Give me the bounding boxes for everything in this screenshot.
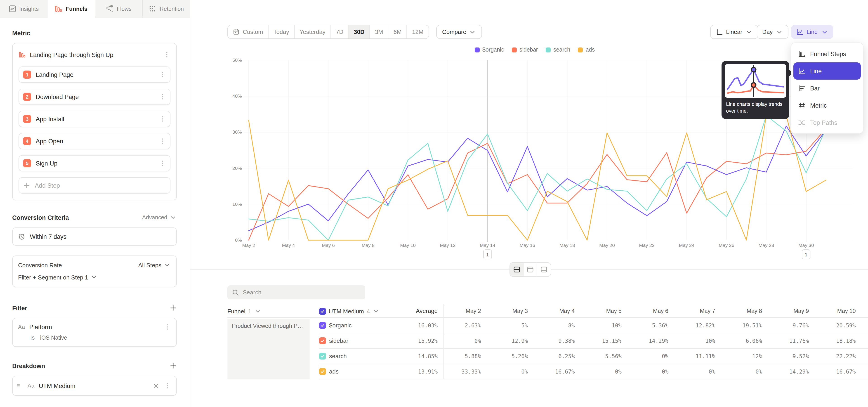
funnel-count: 1 bbox=[248, 308, 251, 315]
date-header-may-8[interactable]: May 8 bbox=[719, 304, 762, 318]
range-12m[interactable]: 12M bbox=[407, 25, 429, 38]
range-3m[interactable]: 3M bbox=[370, 25, 389, 38]
funnel-step-5[interactable]: 5Sign Up bbox=[19, 155, 170, 171]
breakdown-column-header[interactable]: UTM Medium 4 bbox=[319, 304, 380, 318]
range-30d[interactable]: 30D bbox=[349, 25, 370, 38]
kebab-icon[interactable] bbox=[163, 51, 170, 58]
conversion-window[interactable]: Within 7 days bbox=[12, 227, 177, 246]
scale-dropdown[interactable]: Linear bbox=[710, 25, 758, 39]
filter-segment-dropdown[interactable]: Filter + Segment on Step 1 bbox=[18, 274, 171, 281]
range-custom[interactable]: Custom bbox=[228, 25, 269, 38]
x-tick-label: May 8 bbox=[362, 243, 375, 248]
date-header-may-2[interactable]: May 2 bbox=[438, 304, 481, 318]
legend-search[interactable]: search bbox=[546, 46, 570, 53]
series-ads[interactable] bbox=[249, 116, 826, 240]
row-value: 12% bbox=[719, 349, 762, 364]
compare-button[interactable]: Compare bbox=[436, 25, 482, 39]
range-today[interactable]: Today bbox=[269, 25, 294, 38]
tab-retention[interactable]: Retention bbox=[143, 0, 191, 18]
funnel-step-2[interactable]: 2Download Page bbox=[19, 89, 170, 105]
all-steps-dropdown[interactable]: All Steps bbox=[138, 261, 171, 269]
date-header-may-3[interactable]: May 3 bbox=[485, 304, 528, 318]
remove-breakdown-button[interactable] bbox=[152, 382, 160, 389]
breakdown-header-label: UTM Medium bbox=[329, 308, 364, 315]
kebab-icon[interactable] bbox=[164, 323, 171, 331]
range-yesterday[interactable]: Yesterday bbox=[294, 25, 331, 38]
kebab-icon[interactable] bbox=[159, 137, 166, 145]
funnel-name-cell[interactable]: Product Viewed through P… bbox=[227, 319, 310, 379]
row-value: 10% bbox=[579, 318, 622, 333]
row-label: search bbox=[329, 349, 347, 364]
add-filter-button[interactable] bbox=[169, 304, 177, 312]
split-view-toggle[interactable] bbox=[510, 263, 524, 276]
tab-funnels[interactable]: Funnels bbox=[48, 0, 95, 18]
legend-sidebar[interactable]: sidebar bbox=[512, 46, 538, 53]
add-step-button[interactable]: Add Step bbox=[19, 177, 170, 193]
range-7d[interactable]: 7D bbox=[331, 25, 349, 38]
row-checkbox[interactable] bbox=[319, 353, 326, 359]
filter-operator[interactable]: Is bbox=[30, 335, 35, 341]
date-header-may-5[interactable]: May 5 bbox=[579, 304, 622, 318]
chart-type-dropdown[interactable]: Line bbox=[791, 25, 833, 39]
funnel-column-header[interactable]: Funnel 1 bbox=[227, 304, 261, 318]
funnel-step-1[interactable]: 1Landing Page bbox=[19, 66, 170, 83]
conversion-criteria-heading: Conversion Criteria Advanced bbox=[12, 214, 177, 221]
funnel-step-4[interactable]: 4App Open bbox=[19, 133, 170, 149]
chevron-down-icon bbox=[373, 308, 380, 315]
table-row-sidebar: sidebar15.92%0%12.9%9.38%15.15%14.29%10%… bbox=[319, 333, 868, 349]
table-search[interactable] bbox=[227, 285, 365, 300]
breakdown-utm-card[interactable]: Aa UTM Medium bbox=[12, 376, 177, 396]
search-input[interactable] bbox=[243, 289, 361, 296]
drag-handle-icon[interactable] bbox=[16, 382, 24, 389]
granularity-dropdown[interactable]: Day bbox=[757, 25, 788, 39]
chart-type-menu: Funnel StepsLineBarMetricTop Paths bbox=[791, 42, 864, 134]
chart-view-toggle[interactable] bbox=[524, 263, 537, 276]
date-header-may-4[interactable]: May 4 bbox=[532, 304, 575, 318]
menu-item-line[interactable]: Line bbox=[794, 62, 861, 80]
kebab-icon[interactable] bbox=[159, 71, 166, 78]
add-breakdown-button[interactable] bbox=[169, 362, 177, 370]
x-tick-label: May 18 bbox=[559, 243, 575, 248]
menu-item-bar[interactable]: Bar bbox=[794, 80, 861, 97]
row-checkbox[interactable] bbox=[319, 368, 326, 375]
row-value: 33.33% bbox=[438, 364, 481, 379]
date-header-may-10[interactable]: May 10 bbox=[813, 304, 856, 318]
kebab-icon[interactable] bbox=[159, 93, 166, 100]
legend-swatch bbox=[578, 47, 583, 52]
string-type-icon: Aa bbox=[18, 324, 25, 330]
series-search[interactable] bbox=[249, 116, 826, 240]
filter-value[interactable]: iOS Native bbox=[40, 335, 67, 341]
row-value: 11.76% bbox=[766, 333, 809, 349]
filter-platform-card[interactable]: Aa Platform Is iOS Native bbox=[12, 318, 177, 347]
advanced-toggle[interactable]: Advanced bbox=[142, 214, 177, 221]
row-value: 9.38% bbox=[532, 333, 575, 349]
row-checkbox[interactable] bbox=[319, 337, 326, 344]
range-6m[interactable]: 6M bbox=[389, 25, 407, 38]
date-header-may-6[interactable]: May 6 bbox=[625, 304, 669, 318]
tab-flows[interactable]: Flows bbox=[95, 0, 143, 18]
legend-organic[interactable]: $organic bbox=[475, 46, 504, 53]
funnel-title-row[interactable]: Landing Page through Sign Up bbox=[19, 49, 170, 61]
kebab-icon[interactable] bbox=[159, 160, 166, 167]
average-column-header[interactable]: Average bbox=[395, 304, 438, 318]
funnels-app: InsightsFunnelsFlowsRetention Metric Lan… bbox=[0, 0, 868, 407]
range-label: Custom bbox=[243, 29, 263, 35]
range-label: 7D bbox=[336, 29, 343, 35]
date-header-may-9[interactable]: May 9 bbox=[766, 304, 809, 318]
menu-item-funnel-steps[interactable]: Funnel Steps bbox=[794, 45, 861, 62]
chevron-down-icon bbox=[745, 28, 753, 35]
row-value: 0% bbox=[672, 364, 715, 379]
row-value: 16.67% bbox=[532, 364, 575, 379]
legend-ads[interactable]: ads bbox=[578, 46, 595, 53]
date-header-may-7[interactable]: May 7 bbox=[672, 304, 715, 318]
row-label: sidebar bbox=[329, 333, 348, 349]
table-view-toggle[interactable] bbox=[537, 263, 551, 276]
kebab-icon[interactable] bbox=[164, 382, 171, 389]
menu-item-top-paths[interactable]: Top Paths bbox=[794, 114, 861, 131]
kebab-icon[interactable] bbox=[159, 115, 166, 123]
funnel-step-3[interactable]: 3App Install bbox=[19, 111, 170, 127]
row-checkbox[interactable] bbox=[319, 322, 326, 329]
menu-item-metric[interactable]: Metric bbox=[794, 97, 861, 114]
breakdown-select-all-checkbox[interactable] bbox=[319, 308, 326, 315]
tab-insights[interactable]: Insights bbox=[0, 0, 48, 18]
